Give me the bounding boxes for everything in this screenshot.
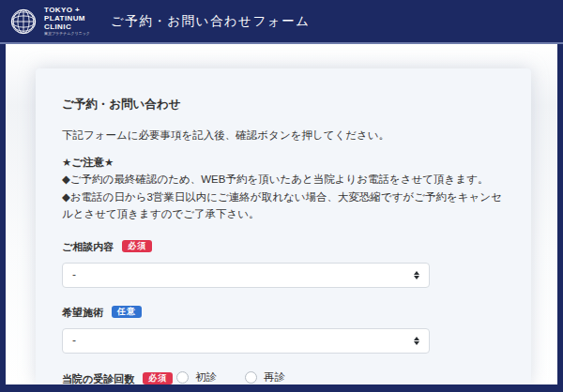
page-title: ご予約・お問い合わせフォーム [111, 13, 311, 30]
treatment-label: 希望施術 [62, 307, 103, 318]
consult-selected-value: - [72, 268, 76, 281]
consult-label: ご相談内容 [62, 241, 114, 252]
notice-title: ★ご注意★ [62, 156, 505, 170]
radio-first-visit[interactable]: 初診 [176, 370, 217, 384]
clinic-reservation-page: TOKYO + PLATINUM CLINIC 東京プラチナムクリニック ご予約… [0, 0, 563, 392]
globe-icon [9, 8, 38, 36]
clinic-logo[interactable]: TOKYO + PLATINUM CLINIC 東京プラチナムクリニック [9, 6, 90, 37]
logo-line-1: TOKYO + [44, 6, 90, 14]
select-stepper-icon [414, 271, 419, 279]
treatment-select[interactable]: - [62, 328, 430, 354]
radio-first-visit-label: 初診 [195, 370, 217, 384]
logo-tagline: 東京プラチナムクリニック [44, 32, 90, 37]
visit-count-label-cell: 当院の受診回数必須 [62, 369, 176, 384]
optional-badge: 任意 [112, 306, 142, 319]
app-header: TOKYO + PLATINUM CLINIC 東京プラチナムクリニック ご予約… [0, 0, 563, 44]
radio-return-visit[interactable]: 再診 [245, 370, 285, 384]
notice-item: ◆お電話の日から3営業日以内にご連絡が取れない場合、大変恐縮ですがご予約をキャン… [62, 189, 505, 222]
logo-line-3: CLINIC [44, 23, 90, 31]
form-heading: ご予約・お問い合わせ [62, 97, 505, 113]
reservation-form-card: ご予約・お問い合わせ 下記フォームに必要事項を記入後、確認ボタンを押してください… [36, 68, 531, 384]
field-desired-treatment: 希望施術任意 - [62, 303, 505, 354]
required-badge: 必須 [143, 372, 173, 384]
form-intro-text: 下記フォームに必要事項を記入後、確認ボタンを押してください。 [62, 128, 505, 143]
notice-item: ◆ご予約の最終確認のため、WEB予約を頂いたあと当院よりお電話をさせて頂きます。 [62, 172, 505, 188]
consult-select[interactable]: - [62, 263, 430, 288]
field-consult-content: ご相談内容必須 - [62, 237, 505, 288]
required-badge: 必須 [122, 240, 152, 253]
treatment-selected-value: - [72, 334, 76, 347]
logo-line-2: PLATINUM [44, 14, 90, 23]
page-background: ご予約・お問い合わせ 下記フォームに必要事項を記入後、確認ボタンを押してください… [6, 44, 557, 384]
radio-circle-icon[interactable] [245, 371, 257, 384]
logo-wordmark: TOKYO + PLATINUM CLINIC 東京プラチナムクリニック [44, 6, 90, 37]
select-stepper-icon [414, 337, 419, 345]
field-visit-count: 当院の受診回数必須 初診 再診 [62, 369, 505, 384]
notice-block: ★ご注意★ ◆ご予約の最終確認のため、WEB予約を頂いたあと当院よりお電話をさせ… [62, 156, 505, 222]
visit-count-label: 当院の受診回数 [62, 373, 134, 384]
radio-circle-icon[interactable] [176, 371, 189, 384]
radio-return-visit-label: 再診 [264, 370, 285, 384]
